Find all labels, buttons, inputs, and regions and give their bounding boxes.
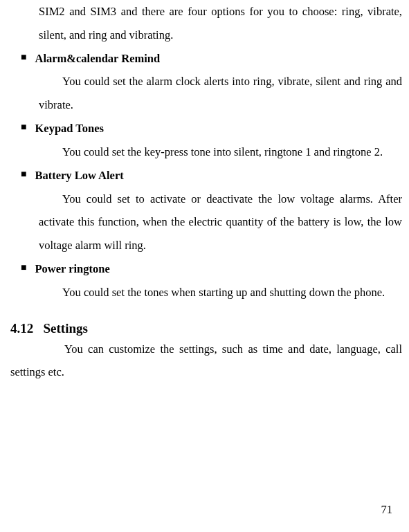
square-bullet-icon: ■: [21, 257, 26, 279]
item-heading: Keypad Tones: [35, 117, 104, 140]
item-body: You could set the key-press tone into si…: [39, 140, 402, 164]
section-title: Settings: [44, 321, 88, 336]
item-heading: Power ringtone: [35, 257, 109, 281]
item-body: You could set the alarm clock alerts int…: [39, 70, 402, 117]
square-bullet-icon: ■: [21, 164, 26, 185]
square-bullet-icon: ■: [21, 117, 26, 138]
section-heading: 4.12 Settings: [10, 321, 402, 336]
continued-paragraph: SIM2 and SIM3 and there are four options…: [39, 0, 402, 47]
list-item: ■ Alarm&calendar Remind: [21, 47, 402, 71]
section-number: 4.12: [10, 321, 33, 336]
list-item: ■ Battery Low Alert: [21, 164, 402, 187]
item-body: You could set to activate or deactivate …: [39, 187, 402, 257]
item-heading: Battery Low Alert: [35, 164, 123, 187]
square-bullet-icon: ■: [21, 47, 26, 68]
list-item: ■ Keypad Tones: [21, 117, 402, 140]
page-number: 71: [381, 503, 393, 517]
item-heading: Alarm&calendar Remind: [35, 47, 160, 71]
item-body: You could set the tones when starting up…: [39, 281, 402, 304]
list-item: ■ Power ringtone: [21, 257, 402, 281]
section-body: You can customize the settings, such as …: [10, 338, 402, 385]
